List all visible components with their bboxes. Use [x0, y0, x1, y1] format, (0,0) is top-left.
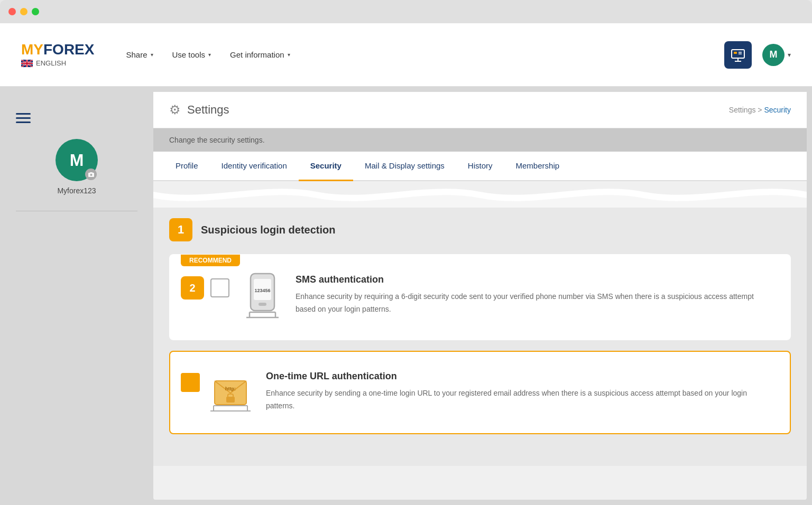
breadcrumb-separator: > [758, 106, 764, 114]
svg-text:http:: http: [225, 386, 236, 391]
nav-links: Share ▾ Use tools ▾ Get information ▾ [126, 50, 724, 59]
logo-area: MYFOREX ENGLISH [21, 42, 94, 67]
nav-right: M ▾ [724, 41, 791, 69]
tab-mail-display[interactable]: Mail & Display settings [353, 152, 456, 181]
settings-header: ⚙ Settings Settings > Security [153, 92, 807, 128]
minimize-button[interactable] [20, 8, 27, 15]
sms-radio[interactable] [210, 278, 229, 297]
avatar[interactable]: M [56, 139, 98, 181]
svg-rect-1 [732, 50, 744, 58]
url-card-desc: Enhance security by sending a one-time l… [266, 387, 774, 413]
traffic-lights [8, 8, 39, 15]
tab-security[interactable]: Security [299, 152, 353, 181]
url-card-title: One-time URL authentication [266, 371, 774, 382]
avatar: M [762, 44, 785, 66]
recommend-badge: Recommend [181, 255, 240, 266]
svg-rect-11 [259, 303, 266, 306]
url-auth-card[interactable]: http: One-time URL authentication Enhanc… [169, 351, 791, 434]
nav-use-tools[interactable]: Use tools ▾ [172, 50, 211, 59]
sms-illustration: 123456 [240, 271, 285, 323]
section-title: Suspicious login detection [201, 224, 335, 236]
chevron-down-icon: ▾ [208, 52, 211, 58]
camera-icon[interactable] [85, 169, 97, 180]
tab-history[interactable]: History [456, 152, 504, 181]
menu-toggle[interactable] [0, 102, 153, 128]
content-panel: ⚙ Settings Settings > Security Change th… [153, 92, 807, 500]
url-illustration: http: [210, 368, 255, 417]
language-selector[interactable]: ENGLISH [21, 59, 66, 67]
close-button[interactable] [8, 8, 16, 15]
hamburger-icon [16, 113, 31, 123]
logo-forex: FOREX [43, 41, 94, 58]
sms-auth-card[interactable]: Recommend 2 123456 [169, 254, 791, 340]
sidebar-divider [16, 211, 137, 211]
card-left-url [181, 373, 200, 392]
svg-point-7 [90, 174, 92, 176]
chevron-down-icon: ▾ [788, 51, 791, 59]
logo[interactable]: MYFOREX [21, 42, 94, 57]
settings-title-area: ⚙ Settings [169, 102, 229, 117]
sidebar: M Myforex123 [0, 87, 153, 505]
tabs-bar: Profile Identity verification Security M… [153, 152, 807, 181]
tab-membership[interactable]: Membership [504, 152, 571, 181]
breadcrumb-current[interactable]: Security [764, 106, 791, 114]
wave-divider [153, 181, 807, 208]
card-left-sms: 2 [181, 276, 229, 300]
sms-card-desc: Enhance security by requiring a 6-digit … [296, 291, 774, 316]
svg-rect-4 [734, 52, 737, 54]
user-menu[interactable]: M ▾ [762, 44, 791, 66]
sidebar-username: Myforex123 [57, 186, 96, 195]
maximize-button[interactable] [32, 8, 39, 15]
section-header: 1 Suspicious login detection [169, 218, 791, 241]
url-radio[interactable] [181, 373, 200, 392]
logo-my: MY [21, 41, 43, 58]
sms-card-content: SMS authentication Enhance security by r… [296, 271, 774, 316]
sms-card-title: SMS authentication [296, 274, 774, 285]
top-nav: MYFOREX ENGLISH Share ▾ Use tools ▾ [0, 23, 812, 87]
page-body: 1 Suspicious login detection Recommend 2 [153, 208, 807, 466]
gear-icon: ⚙ [169, 102, 181, 117]
breadcrumb: Settings > Security [729, 106, 791, 114]
chevron-down-icon: ▾ [151, 52, 153, 58]
step-badge-2: 2 [181, 276, 204, 300]
breadcrumb-parent: Settings [729, 106, 756, 114]
language-label: ENGLISH [36, 59, 66, 67]
main-area: M Myforex123 ⚙ Settings Settings > [0, 87, 812, 505]
chevron-down-icon: ▾ [288, 52, 290, 58]
monitor-icon[interactable] [724, 41, 752, 69]
url-card-content: One-time URL authentication Enhance secu… [266, 368, 774, 413]
tab-profile[interactable]: Profile [164, 152, 210, 181]
settings-title: Settings [187, 103, 229, 117]
window-chrome [0, 0, 812, 23]
nav-get-information[interactable]: Get information ▾ [230, 50, 290, 59]
sidebar-user-area: M Myforex123 [0, 128, 153, 211]
step-badge-1: 1 [169, 218, 192, 241]
svg-text:123456: 123456 [254, 288, 270, 293]
tab-identity-verification[interactable]: Identity verification [210, 152, 299, 181]
flag-uk-icon [21, 60, 33, 67]
info-banner: Change the security settings. [153, 128, 807, 152]
svg-rect-18 [226, 397, 235, 403]
nav-share[interactable]: Share ▾ [126, 50, 153, 59]
